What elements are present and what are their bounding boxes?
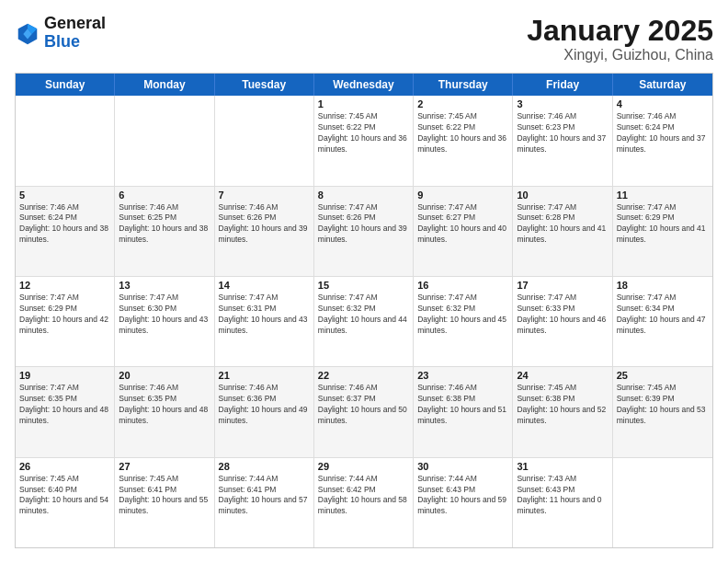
day-info: Sunrise: 7:47 AM Sunset: 6:29 PM Dayligh… bbox=[19, 293, 110, 337]
calendar-day-cell: 19Sunrise: 7:47 AM Sunset: 6:35 PM Dayli… bbox=[16, 367, 115, 456]
day-number: 14 bbox=[219, 280, 310, 291]
day-info: Sunrise: 7:47 AM Sunset: 6:34 PM Dayligh… bbox=[617, 293, 709, 337]
day-number: 10 bbox=[517, 190, 608, 201]
calendar-day-cell: 23Sunrise: 7:46 AM Sunset: 6:38 PM Dayli… bbox=[414, 367, 513, 456]
title-block: January 2025 Xingyi, Guizhou, China bbox=[527, 15, 713, 63]
day-info: Sunrise: 7:46 AM Sunset: 6:36 PM Dayligh… bbox=[219, 383, 310, 427]
calendar-day-cell: 7Sunrise: 7:46 AM Sunset: 6:26 PM Daylig… bbox=[215, 187, 314, 276]
calendar-week-row: 12Sunrise: 7:47 AM Sunset: 6:29 PM Dayli… bbox=[16, 277, 712, 367]
logo-icon bbox=[15, 20, 40, 46]
calendar-day-cell: 21Sunrise: 7:46 AM Sunset: 6:36 PM Dayli… bbox=[215, 367, 314, 456]
day-info: Sunrise: 7:45 AM Sunset: 6:39 PM Dayligh… bbox=[617, 383, 709, 427]
calendar-day-cell: 16Sunrise: 7:47 AM Sunset: 6:32 PM Dayli… bbox=[414, 277, 513, 366]
calendar-day-cell: 18Sunrise: 7:47 AM Sunset: 6:34 PM Dayli… bbox=[613, 277, 712, 366]
calendar-day-cell: 10Sunrise: 7:47 AM Sunset: 6:28 PM Dayli… bbox=[513, 187, 612, 276]
calendar-empty-cell bbox=[613, 458, 712, 547]
day-info: Sunrise: 7:44 AM Sunset: 6:41 PM Dayligh… bbox=[219, 474, 310, 518]
day-info: Sunrise: 7:47 AM Sunset: 6:32 PM Dayligh… bbox=[417, 293, 508, 337]
calendar-header-cell: Wednesday bbox=[314, 74, 414, 96]
day-info: Sunrise: 7:45 AM Sunset: 6:41 PM Dayligh… bbox=[119, 474, 210, 518]
day-info: Sunrise: 7:47 AM Sunset: 6:26 PM Dayligh… bbox=[318, 202, 409, 247]
day-info: Sunrise: 7:45 AM Sunset: 6:40 PM Dayligh… bbox=[19, 474, 110, 518]
day-number: 24 bbox=[517, 370, 608, 381]
calendar-day-cell: 17Sunrise: 7:47 AM Sunset: 6:33 PM Dayli… bbox=[513, 277, 612, 366]
calendar-day-cell: 30Sunrise: 7:44 AM Sunset: 6:43 PM Dayli… bbox=[414, 458, 513, 547]
day-info: Sunrise: 7:46 AM Sunset: 6:37 PM Dayligh… bbox=[318, 383, 409, 427]
calendar-day-cell: 20Sunrise: 7:46 AM Sunset: 6:35 PM Dayli… bbox=[115, 367, 214, 456]
header: General Blue January 2025 Xingyi, Guizho… bbox=[15, 15, 713, 63]
calendar-day-cell: 31Sunrise: 7:43 AM Sunset: 6:43 PM Dayli… bbox=[513, 458, 612, 547]
calendar-day-cell: 3Sunrise: 7:46 AM Sunset: 6:23 PM Daylig… bbox=[513, 96, 612, 185]
day-number: 27 bbox=[119, 461, 210, 472]
day-info: Sunrise: 7:47 AM Sunset: 6:27 PM Dayligh… bbox=[417, 202, 508, 247]
day-number: 6 bbox=[119, 190, 210, 201]
day-info: Sunrise: 7:46 AM Sunset: 6:35 PM Dayligh… bbox=[119, 383, 210, 427]
day-number: 12 bbox=[19, 280, 110, 291]
calendar-day-cell: 11Sunrise: 7:47 AM Sunset: 6:29 PM Dayli… bbox=[613, 187, 712, 276]
day-number: 2 bbox=[417, 98, 508, 109]
calendar-day-cell: 9Sunrise: 7:47 AM Sunset: 6:27 PM Daylig… bbox=[414, 187, 513, 276]
calendar-day-cell: 6Sunrise: 7:46 AM Sunset: 6:25 PM Daylig… bbox=[115, 187, 214, 276]
calendar-day-cell: 2Sunrise: 7:45 AM Sunset: 6:22 PM Daylig… bbox=[414, 96, 513, 185]
day-number: 15 bbox=[318, 280, 409, 291]
day-number: 7 bbox=[219, 190, 310, 201]
day-info: Sunrise: 7:46 AM Sunset: 6:23 PM Dayligh… bbox=[517, 111, 608, 155]
day-info: Sunrise: 7:46 AM Sunset: 6:26 PM Dayligh… bbox=[219, 202, 310, 247]
day-info: Sunrise: 7:46 AM Sunset: 6:38 PM Dayligh… bbox=[417, 383, 508, 427]
calendar-day-cell: 12Sunrise: 7:47 AM Sunset: 6:29 PM Dayli… bbox=[16, 277, 115, 366]
calendar-day-cell: 26Sunrise: 7:45 AM Sunset: 6:40 PM Dayli… bbox=[16, 458, 115, 547]
day-number: 5 bbox=[19, 190, 110, 201]
calendar-day-cell: 22Sunrise: 7:46 AM Sunset: 6:37 PM Dayli… bbox=[314, 367, 414, 456]
calendar-day-cell: 27Sunrise: 7:45 AM Sunset: 6:41 PM Dayli… bbox=[115, 458, 214, 547]
day-number: 30 bbox=[417, 461, 508, 472]
day-info: Sunrise: 7:47 AM Sunset: 6:35 PM Dayligh… bbox=[19, 383, 110, 427]
calendar-week-row: 26Sunrise: 7:45 AM Sunset: 6:40 PM Dayli… bbox=[16, 458, 712, 547]
day-number: 17 bbox=[517, 280, 608, 291]
day-number: 28 bbox=[219, 461, 310, 472]
page-subtitle: Xingyi, Guizhou, China bbox=[527, 47, 713, 63]
day-number: 11 bbox=[617, 190, 709, 201]
day-info: Sunrise: 7:45 AM Sunset: 6:38 PM Dayligh… bbox=[517, 383, 608, 427]
calendar: SundayMondayTuesdayWednesdayThursdayFrid… bbox=[15, 73, 713, 548]
day-number: 4 bbox=[617, 98, 709, 109]
day-info: Sunrise: 7:47 AM Sunset: 6:30 PM Dayligh… bbox=[119, 293, 210, 337]
day-number: 20 bbox=[119, 370, 210, 381]
day-info: Sunrise: 7:47 AM Sunset: 6:31 PM Dayligh… bbox=[219, 293, 310, 337]
day-number: 9 bbox=[417, 190, 508, 201]
day-info: Sunrise: 7:47 AM Sunset: 6:29 PM Dayligh… bbox=[617, 202, 709, 247]
logo-text: General Blue bbox=[44, 15, 106, 52]
day-number: 26 bbox=[19, 461, 110, 472]
page-title: January 2025 bbox=[527, 15, 713, 47]
calendar-header: SundayMondayTuesdayWednesdayThursdayFrid… bbox=[16, 74, 712, 96]
page: General Blue January 2025 Xingyi, Guizho… bbox=[0, 0, 728, 563]
calendar-empty-cell bbox=[115, 96, 214, 185]
day-number: 25 bbox=[617, 370, 709, 381]
day-info: Sunrise: 7:47 AM Sunset: 6:32 PM Dayligh… bbox=[318, 293, 409, 337]
calendar-header-cell: Saturday bbox=[613, 74, 712, 96]
day-info: Sunrise: 7:43 AM Sunset: 6:43 PM Dayligh… bbox=[517, 474, 608, 518]
calendar-day-cell: 25Sunrise: 7:45 AM Sunset: 6:39 PM Dayli… bbox=[613, 367, 712, 456]
day-number: 31 bbox=[517, 461, 608, 472]
day-info: Sunrise: 7:47 AM Sunset: 6:28 PM Dayligh… bbox=[517, 202, 608, 247]
day-number: 21 bbox=[219, 370, 310, 381]
logo: General Blue bbox=[15, 15, 106, 52]
calendar-header-cell: Thursday bbox=[414, 74, 513, 96]
calendar-empty-cell bbox=[215, 96, 314, 185]
calendar-week-row: 5Sunrise: 7:46 AM Sunset: 6:24 PM Daylig… bbox=[16, 187, 712, 277]
day-number: 19 bbox=[19, 370, 110, 381]
day-number: 16 bbox=[417, 280, 508, 291]
calendar-week-row: 19Sunrise: 7:47 AM Sunset: 6:35 PM Dayli… bbox=[16, 367, 712, 457]
day-number: 8 bbox=[318, 190, 409, 201]
calendar-day-cell: 1Sunrise: 7:45 AM Sunset: 6:22 PM Daylig… bbox=[314, 96, 414, 185]
calendar-day-cell: 4Sunrise: 7:46 AM Sunset: 6:24 PM Daylig… bbox=[613, 96, 712, 185]
day-info: Sunrise: 7:46 AM Sunset: 6:24 PM Dayligh… bbox=[19, 202, 110, 247]
calendar-day-cell: 5Sunrise: 7:46 AM Sunset: 6:24 PM Daylig… bbox=[16, 187, 115, 276]
day-info: Sunrise: 7:46 AM Sunset: 6:25 PM Dayligh… bbox=[119, 202, 210, 247]
calendar-header-cell: Sunday bbox=[16, 74, 115, 96]
calendar-empty-cell bbox=[16, 96, 115, 185]
calendar-day-cell: 28Sunrise: 7:44 AM Sunset: 6:41 PM Dayli… bbox=[215, 458, 314, 547]
calendar-header-cell: Friday bbox=[513, 74, 612, 96]
day-number: 29 bbox=[318, 461, 409, 472]
day-info: Sunrise: 7:45 AM Sunset: 6:22 PM Dayligh… bbox=[417, 111, 508, 155]
day-number: 22 bbox=[318, 370, 409, 381]
